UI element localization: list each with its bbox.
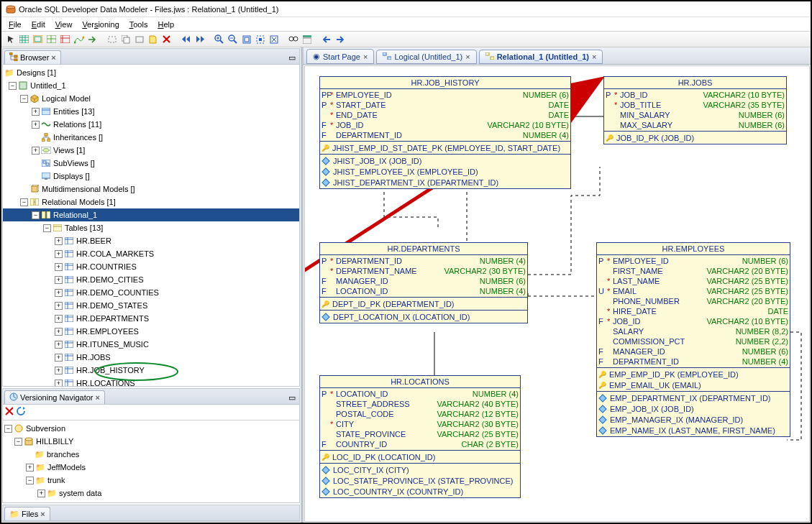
expand-icon[interactable]: + <box>55 263 63 271</box>
collapse-icon[interactable]: − <box>4 425 12 433</box>
expand-icon[interactable]: + <box>55 328 63 336</box>
close-icon[interactable]: × <box>40 510 45 518</box>
tree-sys[interactable]: system data <box>59 489 101 497</box>
minimize-icon[interactable]: ▭ <box>286 392 298 404</box>
path-icon[interactable] <box>73 33 85 45</box>
minimize-icon[interactable]: ▭ <box>286 52 298 64</box>
refresh-icon[interactable] <box>17 407 26 418</box>
expand-icon[interactable]: + <box>55 354 63 362</box>
close-icon[interactable]: × <box>51 53 55 62</box>
tree-table[interactable]: HR.DEMO_STATES <box>76 301 147 310</box>
tree-table[interactable]: HR.ITUNES_MUSIC <box>76 340 149 349</box>
menu-help[interactable]: Help <box>158 20 174 29</box>
collapse-icon[interactable]: − <box>43 224 51 232</box>
versioning-tab[interactable]: Versioning Navigator × <box>4 390 105 404</box>
expand-icon[interactable]: + <box>55 276 63 284</box>
tree-trunk[interactable]: trunk <box>47 476 65 484</box>
browser-tree[interactable]: 📁Designs [1] −Untitled_1 −Logical Model … <box>3 65 299 386</box>
copy-icon[interactable] <box>119 33 132 45</box>
tree-rel1[interactable]: Relational_1 <box>53 211 97 219</box>
tree-design[interactable]: Untitled_1 <box>30 81 66 90</box>
tree-table[interactable]: HR.COUNTRIES <box>76 262 137 271</box>
tree-table[interactable]: HR.DEPARTMENTS <box>76 314 149 323</box>
browser-tab[interactable]: Browser × <box>4 50 61 64</box>
expand-icon[interactable]: + <box>26 464 34 472</box>
note-icon[interactable] <box>147 33 159 45</box>
arrow-right-blue-icon[interactable] <box>334 33 346 45</box>
nav-last-icon[interactable] <box>193 33 206 45</box>
entity-departments[interactable]: HR.DEPARTMENTS P*DEPARTMENT_IDNUMBER (4)… <box>319 242 528 323</box>
collapse-icon[interactable]: − <box>32 211 40 219</box>
expand-icon[interactable]: + <box>32 147 40 155</box>
find-icon[interactable] <box>287 33 299 45</box>
collapse-icon[interactable]: − <box>14 438 22 446</box>
menu-tools[interactable]: Tools <box>129 20 148 29</box>
entity-employees[interactable]: HR.EMPLOYEES P*EMPLOYEE_IDNUMBER (6)FIRS… <box>596 242 790 437</box>
collapse-icon[interactable]: − <box>20 95 28 103</box>
expand-icon[interactable]: + <box>55 302 63 310</box>
tree-relmodels[interactable]: Relational Models [1] <box>42 198 116 206</box>
expand-icon[interactable]: + <box>55 341 63 349</box>
tree-table[interactable]: HR.COLA_MARKETS <box>76 249 154 258</box>
tree-tables[interactable]: Tables [13] <box>65 224 103 232</box>
tree-table[interactable]: HR.BEER <box>76 236 111 245</box>
zoom-in-icon[interactable] <box>213 33 225 45</box>
collapse-icon[interactable]: − <box>20 198 28 206</box>
collapse-icon[interactable]: − <box>26 477 34 484</box>
tree-table[interactable]: HR.JOB_HISTORY <box>76 366 145 374</box>
expand-icon[interactable]: + <box>55 367 63 374</box>
tree-branches[interactable]: branches <box>47 450 79 459</box>
tree-table[interactable]: HR.DEMO_COUNTIES <box>76 288 159 297</box>
form-icon[interactable] <box>301 33 313 45</box>
expand-icon[interactable]: + <box>55 237 63 245</box>
box-solid-icon[interactable] <box>133 33 145 45</box>
entity-job-history[interactable]: HR.JOB_HISTORY PF*EMPLOYEE_IDNUMBER (6)P… <box>319 76 571 189</box>
arrow-right-green-icon[interactable] <box>86 33 99 45</box>
close-icon[interactable]: × <box>363 52 368 61</box>
grid4-icon[interactable] <box>59 33 71 45</box>
tree-repo[interactable]: HILLBILLY <box>36 437 73 446</box>
tree-views[interactable]: Views [1] <box>53 146 85 155</box>
menu-versioning[interactable]: Versioning <box>82 20 119 29</box>
tree-jeff[interactable]: JeffModels <box>47 463 86 472</box>
tab-logical[interactable]: Logical (Untitled_1)× <box>376 50 476 64</box>
tree-relations[interactable]: Relations [11] <box>53 120 101 129</box>
grid1-icon[interactable] <box>18 33 30 45</box>
grid2-icon[interactable] <box>32 33 44 45</box>
zoom-out-icon[interactable] <box>227 33 239 45</box>
tree-entities[interactable]: Entities [13] <box>53 107 94 116</box>
versioning-tree[interactable]: −Subversion −HILLBILLY 📁branches +📁JeffM… <box>3 420 299 502</box>
entity-jobs[interactable]: HR.JOBS P*JOB_IDVARCHAR2 (10 BYTE)*JOB_T… <box>603 76 787 144</box>
expand-icon[interactable]: + <box>55 250 63 258</box>
close-icon[interactable]: × <box>465 52 470 61</box>
delete-icon[interactable] <box>160 33 173 45</box>
close-icon[interactable]: × <box>96 393 100 402</box>
box-dash-icon[interactable] <box>106 33 118 45</box>
expand-icon[interactable]: + <box>55 380 63 387</box>
menu-edit[interactable]: Edit <box>32 20 45 29</box>
close-icon[interactable]: × <box>592 52 596 61</box>
expand-icon[interactable]: + <box>37 489 45 497</box>
collapse-icon[interactable]: − <box>9 82 17 90</box>
nav-first-icon[interactable] <box>180 33 192 45</box>
files-tab[interactable]: 📁 Files × <box>4 507 50 520</box>
grid3-icon[interactable] <box>45 33 58 45</box>
tree-logical[interactable]: Logical Model <box>42 94 91 103</box>
expand-icon[interactable]: + <box>55 315 63 323</box>
expand-icon[interactable]: + <box>55 289 63 297</box>
arrow-left-blue-icon[interactable] <box>320 33 332 45</box>
tree-inheritances[interactable]: Inheritances [] <box>53 133 103 142</box>
diagram-canvas[interactable]: HR.JOB_HISTORY PF*EMPLOYEE_IDNUMBER (6)P… <box>304 65 810 522</box>
expand-icon[interactable]: + <box>32 121 40 129</box>
tree-subviews[interactable]: SubViews [] <box>53 159 95 167</box>
tree-svn[interactable]: Subversion <box>26 424 65 433</box>
default-size-icon[interactable] <box>268 33 280 45</box>
tree-displays[interactable]: Displays [] <box>53 172 90 180</box>
fit-window-icon[interactable] <box>240 33 252 45</box>
menu-file[interactable]: File <box>9 20 22 29</box>
tree-table[interactable]: HR.LOCATIONS <box>76 379 135 386</box>
fit-selection-icon[interactable] <box>254 33 266 45</box>
tree-designs[interactable]: Designs [1] <box>17 68 56 77</box>
pointer-icon[interactable] <box>4 33 17 45</box>
menu-view[interactable]: View <box>55 20 73 29</box>
